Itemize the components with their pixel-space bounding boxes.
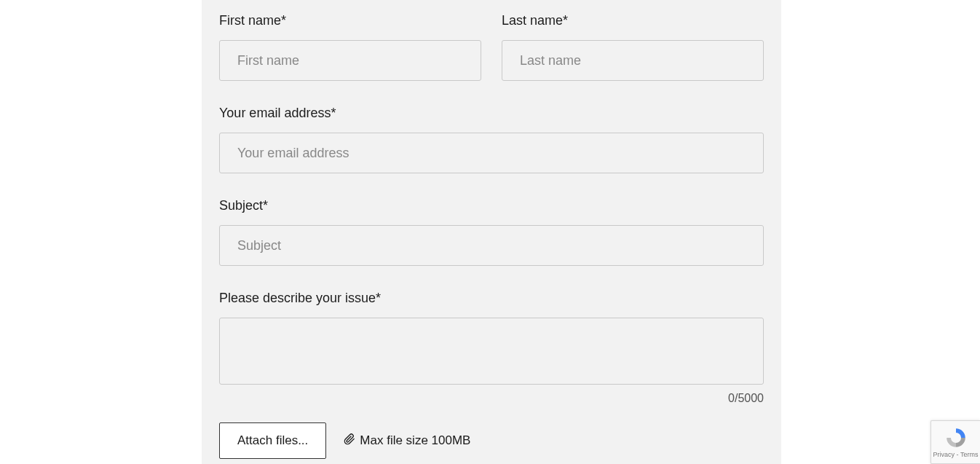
max-file-size-text: Max file size 100MB [344,433,470,449]
email-label: Your email address* [219,93,764,121]
paperclip-icon [344,433,355,449]
recaptcha-badge[interactable]: Privacy - Terms [930,420,980,464]
char-counter: 0/5000 [219,392,764,405]
description-textarea[interactable] [219,318,764,385]
max-file-size-label: Max file size 100MB [360,433,470,448]
attach-files-button[interactable]: Attach files... [219,422,326,459]
last-name-input[interactable] [502,40,764,81]
subject-input[interactable] [219,225,764,266]
contact-form: First name* Last name* Your email addres… [202,0,781,464]
subject-label: Subject* [219,185,764,213]
recaptcha-links: Privacy - Terms [933,451,979,458]
recaptcha-icon [944,426,968,449]
recaptcha-privacy-link[interactable]: Privacy [933,451,955,458]
first-name-input[interactable] [219,40,481,81]
recaptcha-terms-link[interactable]: Terms [960,451,979,458]
description-label: Please describe your issue* [219,278,764,306]
last-name-label: Last name* [502,0,764,28]
first-name-label: First name* [219,0,481,28]
email-input[interactable] [219,133,764,173]
